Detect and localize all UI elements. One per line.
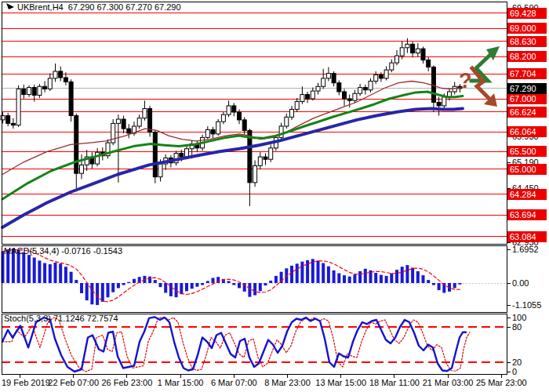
price-badge-label: 67.000 — [510, 94, 536, 103]
macd-histogram-bar — [248, 283, 251, 297]
macd-histogram-bar — [22, 252, 25, 283]
stoch-k-line — [2, 317, 466, 372]
macd-histogram-bar — [80, 283, 83, 293]
macd-histogram-bar — [49, 264, 52, 283]
macd-histogram-bar — [43, 263, 46, 283]
x-axis-label: 26 Feb 23:00 — [101, 378, 152, 387]
bull-candle — [48, 78, 52, 89]
stoch-scale-label: 100 — [512, 313, 526, 322]
bear-candle — [347, 99, 351, 100]
bull-candle — [358, 88, 362, 94]
bull-candle — [374, 74, 378, 81]
macd-histogram-bar — [374, 273, 377, 283]
macd-histogram-bar — [390, 274, 393, 283]
bull-candle — [227, 106, 231, 114]
bull-candle — [116, 119, 120, 123]
price-badge-label: 68.630 — [510, 37, 536, 46]
macd-histogram-bar — [169, 283, 173, 296]
macd-histogram-bar — [259, 283, 262, 291]
bear-candle — [238, 112, 242, 120]
bull-candle — [290, 109, 294, 117]
bull-candle — [322, 78, 325, 86]
bull-candle — [384, 70, 388, 78]
price-badge-label: 65.500 — [510, 147, 536, 156]
stoch-d-line — [2, 317, 470, 372]
macd-histogram-bar — [317, 260, 320, 283]
macd-histogram-bar — [127, 282, 130, 283]
bull-candle — [137, 118, 141, 126]
up-trend-arrow[interactable] — [471, 46, 500, 81]
macd-histogram-bar — [453, 283, 456, 289]
macd-histogram-bar — [232, 283, 235, 285]
stoch-scale-label: 80 — [512, 322, 522, 332]
macd-histogram-bar — [54, 263, 57, 283]
bear-candle — [211, 129, 215, 133]
macd-histogram-bar — [70, 272, 73, 283]
macd-histogram-bar — [358, 271, 362, 283]
price-badge-label: 69.428 — [510, 9, 536, 18]
macd-pane[interactable] — [2, 249, 507, 305]
current-price-badge-label: 67.290 — [510, 84, 536, 93]
bull-candle — [38, 86, 42, 95]
price-badge-label: 66.624 — [510, 107, 536, 117]
macd-histogram-bar — [180, 283, 183, 294]
macd-histogram-bar — [33, 258, 36, 284]
price-badge-label: 63.694 — [510, 210, 536, 220]
bull-candle — [400, 48, 404, 56]
macd-histogram-bar — [133, 279, 136, 283]
macd-histogram-bar — [385, 276, 388, 283]
macd-histogram-bar — [458, 283, 461, 285]
stoch-indicator-label: Stoch(5,3,3) 71.1246 72.7574 — [4, 314, 118, 324]
macd-histogram-bar — [274, 276, 278, 283]
macd-histogram-bar — [117, 283, 120, 289]
bull-candle — [279, 126, 283, 137]
bear-candle — [180, 154, 184, 157]
macd-histogram-bar — [90, 283, 93, 304]
bear-candle — [43, 86, 47, 89]
bear-candle — [122, 119, 125, 129]
macd-scale-label: 0.00 — [512, 278, 529, 288]
macd-histogram-bar — [238, 283, 241, 289]
macd-histogram-bar — [206, 281, 209, 283]
macd-histogram-bar — [185, 283, 188, 291]
macd-histogram-bar — [432, 283, 435, 285]
bull-candle — [395, 56, 399, 63]
bull-candle — [216, 122, 220, 134]
macd-histogram-bar — [411, 268, 414, 284]
macd-histogram-bar — [59, 263, 62, 283]
macd-histogram-bar — [75, 280, 78, 283]
macd-histogram-bar — [405, 265, 409, 283]
bull-candle — [80, 165, 84, 173]
x-axis-label: 21 Mar 03:00 — [423, 378, 474, 387]
bull-candle — [143, 109, 147, 118]
x-axis-label: 25 Mar 23:00 — [476, 378, 527, 387]
macd-histogram-bar — [300, 262, 304, 283]
bull-candle — [416, 49, 420, 53]
bear-candle — [242, 120, 246, 130]
macd-histogram-bar — [38, 260, 41, 283]
macd-histogram-bar — [438, 283, 441, 290]
bear-candle — [32, 88, 36, 96]
price-badge-label: 64.284 — [510, 190, 536, 199]
time-axis: 19 Feb 201922 Feb 07:0026 Feb 23:001 Mar… — [2, 375, 527, 387]
stoch-scale-label: 0 — [512, 367, 517, 376]
macd-histogram-bar — [416, 271, 420, 283]
macd-histogram-bar — [353, 274, 356, 283]
main-chart-pane[interactable] — [1, 38, 463, 227]
question-mark[interactable]: ? — [459, 69, 472, 93]
bear-candle — [264, 157, 267, 159]
stoch-pane[interactable] — [2, 317, 507, 372]
bull-candle — [269, 148, 273, 159]
bear-candle — [411, 44, 415, 53]
x-axis-label: 19 Feb 2019 — [2, 378, 50, 387]
bull-candle — [285, 117, 289, 126]
macd-histogram-bar — [111, 283, 115, 292]
bull-candle — [158, 164, 162, 177]
bull-candle — [205, 129, 209, 137]
bear-candle — [127, 129, 131, 133]
bull-candle — [300, 95, 304, 102]
bull-candle — [221, 114, 225, 122]
macd-indicator-label: MACD(5,34,4) -0.0716 -0.1543 — [4, 246, 122, 256]
price-badge-label: 67.704 — [510, 69, 536, 78]
bull-candle — [369, 82, 373, 90]
